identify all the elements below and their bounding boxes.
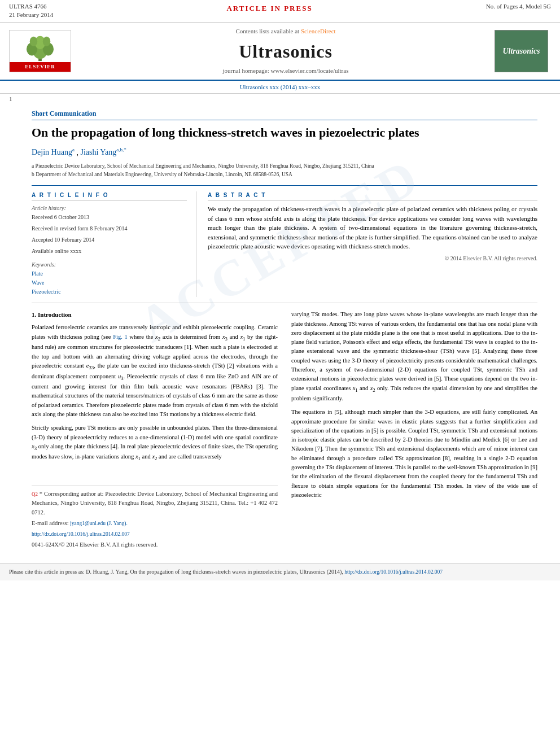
footnote-section: Q2 * Corresponding author at: Piezoelect…: [32, 486, 278, 550]
keywords-section: Keywords: Plate Wave Piezoelectric: [32, 261, 187, 296]
page-number-bar: 1: [0, 94, 560, 104]
contents-line: Contents lists available at ScienceDirec…: [88, 27, 483, 36]
revised-date: Received in revised form 8 February 2014: [32, 225, 187, 233]
author-dejin: Dejin Huanga: [32, 148, 76, 156]
body-two-col: 1. Introduction Polarized ferroelectric …: [32, 310, 537, 551]
authors-line: Dejin Huanga , Jiashi Yanga,b,*: [32, 147, 537, 158]
bottom-doi-link[interactable]: http://dx.doi.org/10.1016/j.ultras.2014.…: [344, 569, 443, 575]
fig1-ref: Fig. 1: [113, 334, 128, 340]
ultrasonics-logo: Ultrasonics: [495, 30, 548, 72]
elsevier-logo-area: ELSEVIER: [9, 30, 77, 72]
top-bar-left: ULTRAS 4766 21 February 2014: [9, 2, 53, 20]
journal-center: Contents lists available at ScienceDirec…: [77, 27, 495, 76]
journal-homepage: journal homepage: www.elsevier.com/locat…: [88, 67, 483, 75]
body-col-left: 1. Introduction Polarized ferroelectric …: [32, 310, 278, 551]
article-date: 21 February 2014: [9, 11, 53, 19]
abstract-col: A B S T R A C T We study the propagation…: [208, 191, 537, 297]
footnote-q2: Q2 * Corresponding author at: Piezoelect…: [32, 490, 278, 517]
keyword-wave: Wave: [32, 279, 187, 287]
keyword-plate: Plate: [32, 270, 187, 278]
intro-p2: Strictly speaking, pure TSt motions are …: [32, 423, 278, 463]
journal-header: ELSEVIER Contents lists available at Sci…: [0, 23, 560, 81]
svg-point-6: [43, 37, 50, 46]
doi-footnote: http://dx.doi.org/10.1016/j.ultras.2014.…: [32, 530, 278, 539]
elsevier-tree-svg: [18, 34, 63, 62]
top-bar: ULTRAS 4766 21 February 2014 ARTICLE IN …: [0, 0, 560, 23]
article-title: On the propagation of long thickness-str…: [32, 125, 537, 141]
issn-footnote: 0041-624X/© 2014 Elsevier B.V. All right…: [32, 540, 278, 549]
doi-link[interactable]: http://dx.doi.org/10.1016/j.ultras.2014.…: [32, 531, 130, 537]
article-id: ULTRAS 4766: [9, 2, 53, 11]
received-date: Received 6 October 2013: [32, 213, 187, 221]
intro-title: 1. Introduction: [32, 310, 278, 320]
email-line: E-mail address: jyang1@unl.edu (J. Yang)…: [32, 519, 278, 528]
keywords-label: Keywords:: [32, 261, 187, 269]
main-content: Short Communication On the propagation o…: [0, 104, 560, 556]
history-label: Article history:: [32, 204, 187, 212]
abstract-header: A B S T R A C T: [208, 191, 537, 201]
available-online: Available online xxxx: [32, 247, 187, 255]
article-info-abstract: A R T I C L E I N F O Article history: R…: [32, 185, 537, 303]
right-p2: The equations in [5], although much simp…: [291, 408, 537, 500]
affiliation-a: a Piezoelectric Device Laboratory, Schoo…: [32, 163, 537, 170]
elsevier-label: ELSEVIER: [10, 62, 71, 72]
article-info-header: A R T I C L E I N F O: [32, 191, 187, 201]
doi-line: Ultrasonics xxx (2014) xxx–xxx: [0, 81, 560, 93]
elsevier-logo: ELSEVIER: [9, 30, 71, 72]
right-p1: varying TSt modes. They are long plate w…: [291, 310, 537, 403]
email-link[interactable]: jyang1@unl.edu (J. Yang).: [70, 521, 128, 526]
author-jiashi: Jiashi Yanga,b,*: [80, 148, 126, 156]
journal-name: Ultrasonics: [88, 39, 483, 64]
q2-marker: Q2: [32, 491, 38, 497]
pages-model: No. of Pages 4, Model 5G: [486, 2, 551, 11]
bottom-bar: Please cite this article in press as: D.…: [0, 563, 560, 580]
accepted-date: Accepted 10 February 2014: [32, 236, 187, 244]
journal-logo-right: Ultrasonics: [495, 30, 551, 72]
article-info-col: A R T I C L E I N F O Article history: R…: [32, 191, 196, 297]
svg-point-5: [30, 37, 37, 46]
article-type: Short Communication: [32, 109, 537, 120]
intro-p1: Polarized ferroelectric ceramics are tra…: [32, 323, 278, 419]
bottom-cite-label: Please cite this article in press as: D.…: [9, 569, 344, 575]
article-in-press-label: ARTICLE IN PRESS: [53, 2, 486, 14]
affiliation-b: b Department of Mechanical and Materials…: [32, 171, 537, 178]
keyword-piezoelectric: Piezoelectric: [32, 288, 187, 296]
copyright: © 2014 Elsevier B.V. All rights reserved…: [208, 255, 537, 263]
body-col-right: varying TSt modes. They are long plate w…: [291, 310, 537, 551]
sciencedirect-link[interactable]: ScienceDirect: [301, 28, 336, 34]
abstract-text: We study the propagation of thickness-st…: [208, 204, 537, 251]
